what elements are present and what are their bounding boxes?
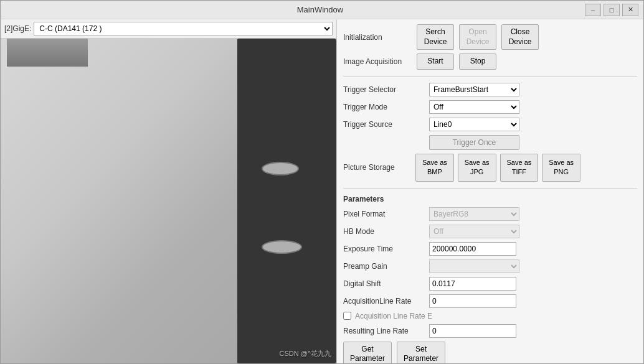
trigger-source-label: Trigger Source (343, 120, 424, 129)
title-bar: MainWindow – □ ✕ (1, 1, 643, 19)
device-label: [2]GigE: (4, 24, 31, 33)
trigger-mode-row: Trigger Mode Off On (343, 100, 637, 114)
pixel-format-row: Pixel Format BayerRG8 (343, 207, 637, 221)
pixel-format-select: BayerRG8 (429, 207, 519, 221)
image-panel: [2]GigE: C-C (DA141 (172 ) CSDN @^花九九 (1, 19, 337, 363)
device-select[interactable]: C-C (DA141 (172 ) (34, 22, 333, 35)
save-jpg-button[interactable]: Save as JPG (458, 154, 496, 182)
close-device-button[interactable]: Close Device (501, 24, 539, 50)
picture-storage-row: Picture Storage Save as BMP Save as JPG … (343, 154, 637, 182)
acquisition-line-rate-row: AcquisitionLine Rate (343, 294, 637, 308)
content-area: [2]GigE: C-C (DA141 (172 ) CSDN @^花九九 (1, 19, 643, 363)
image-acquisition-label: Image Acquisition (343, 57, 412, 66)
camera-image: CSDN @^花九九 (1, 39, 336, 363)
maximize-button[interactable]: □ (604, 4, 620, 16)
hb-mode-row: HB Mode Off (343, 225, 637, 238)
image-acquisition-row: Image Acquisition Start Stop (343, 54, 637, 70)
preamp-gain-select (429, 259, 519, 273)
search-device-button[interactable]: Serch Device (417, 24, 454, 50)
trigger-selector-select[interactable]: FrameBurstStart FrameStart LineStart (429, 83, 519, 96)
get-parameter-button[interactable]: Get Parameter (343, 342, 392, 363)
parameters-header: Parameters (343, 195, 637, 203)
trigger-source-row: Trigger Source Line0 Line1 Software (343, 118, 637, 131)
digital-shift-row: Digital Shift (343, 277, 637, 291)
preamp-gain-label: Preamp Gain (343, 262, 424, 271)
trigger-mode-label: Trigger Mode (343, 103, 424, 111)
save-bmp-button[interactable]: Save as BMP (415, 154, 454, 182)
trigger-mode-select[interactable]: Off On (429, 100, 519, 114)
minimize-button[interactable]: – (585, 4, 601, 16)
resulting-line-rate-input[interactable] (429, 324, 516, 338)
acquisition-line-rate-input[interactable] (429, 294, 516, 308)
acquisition-line-rate-e-label: Acquisition Line Rate E (355, 312, 432, 320)
exposure-time-input[interactable] (429, 242, 516, 256)
title-bar-controls: – □ ✕ (585, 4, 638, 16)
save-png-button[interactable]: Save as PNG (542, 154, 580, 182)
device-selector-row: [2]GigE: C-C (DA141 (172 ) (1, 19, 336, 39)
control-panel: Initialization Serch Device Open Device … (337, 19, 643, 363)
hb-mode-select: Off (429, 225, 519, 238)
picture-storage-label: Picture Storage (343, 163, 412, 172)
trigger-selector-label: Trigger Selector (343, 85, 424, 94)
preamp-gain-row: Preamp Gain (343, 259, 637, 273)
initialization-row: Initialization Serch Device Open Device … (343, 24, 637, 50)
main-window: MainWindow – □ ✕ [2]GigE: C-C (DA141 (17… (0, 0, 644, 364)
start-button[interactable]: Start (417, 54, 454, 70)
watermark: CSDN @^花九九 (279, 349, 331, 358)
resulting-line-rate-label: Resulting Line Rate (343, 327, 424, 335)
digital-shift-input[interactable] (429, 277, 516, 291)
hb-mode-label: HB Mode (343, 227, 424, 236)
trigger-selector-row: Trigger Selector FrameBurstStart FrameSt… (343, 83, 637, 96)
acquisition-line-rate-e-row: Acquisition Line Rate E (343, 312, 637, 320)
trigger-source-select[interactable]: Line0 Line1 Software (429, 118, 519, 131)
exposure-time-row: Exposure Time (343, 242, 637, 256)
open-device-button[interactable]: Open Device (459, 24, 496, 50)
trigger-once-row: Trigger Once (343, 135, 637, 150)
window-title: MainWindow (55, 5, 585, 14)
initialization-label: Initialization (343, 33, 412, 42)
close-button[interactable]: ✕ (622, 4, 638, 16)
digital-shift-label: Digital Shift (343, 279, 424, 288)
resulting-line-rate-row: Resulting Line Rate (343, 324, 637, 338)
pixel-format-label: Pixel Format (343, 210, 424, 218)
acquisition-line-rate-e-checkbox[interactable] (343, 312, 351, 320)
set-parameter-button[interactable]: Set Parameter (397, 342, 445, 363)
trigger-once-button[interactable]: Trigger Once (429, 135, 519, 150)
acquisition-line-rate-label: AcquisitionLine Rate (343, 297, 424, 306)
save-tiff-button[interactable]: Save as TIFF (500, 154, 539, 182)
exposure-time-label: Exposure Time (343, 245, 424, 253)
bottom-buttons-row: Get Parameter Set Parameter (343, 342, 637, 363)
stop-button[interactable]: Stop (459, 54, 496, 70)
